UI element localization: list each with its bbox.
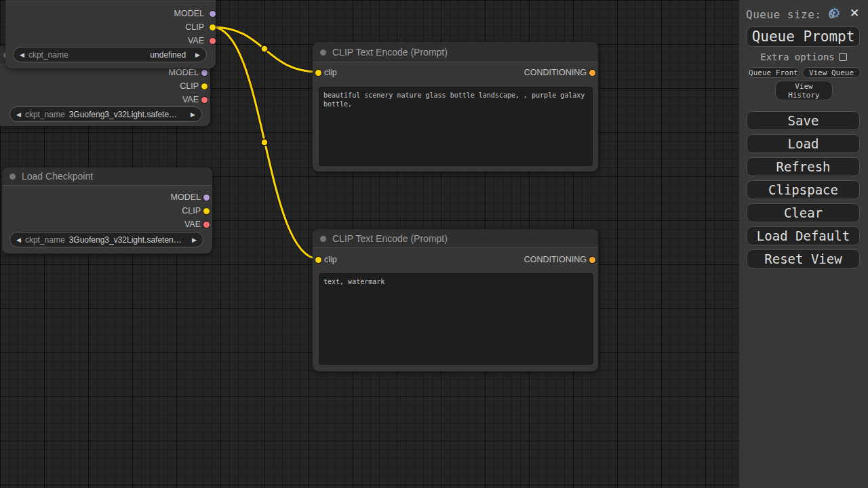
clear-button[interactable]: Clear [747, 203, 860, 222]
load-default-button[interactable]: Load Default [747, 226, 860, 245]
checkpoint-node-undefined[interactable]: MODEL CLIP VAE ◀ ckpt_name undefined ▶ [5, 0, 216, 68]
slot-label: MODEL [174, 9, 204, 18]
view-history-button[interactable]: View History [775, 81, 833, 100]
positive-prompt-textarea[interactable]: beautiful scenery nature glass bottle la… [319, 87, 593, 166]
slot-label: VAE [182, 95, 199, 104]
output-slot-vae: VAE [2, 218, 212, 231]
clip-output-dot[interactable] [203, 208, 210, 214]
collapse-dot-icon[interactable] [319, 49, 327, 56]
input-slot-clip: clip CONDITIONING [313, 66, 598, 79]
queue-prompt-button[interactable]: Queue Prompt [747, 26, 860, 47]
save-button[interactable]: Save [747, 111, 860, 130]
extra-options-row: Extra options [739, 52, 868, 62]
ckpt-name-widget[interactable]: ◀ ckpt_name undefined ▶ [13, 47, 207, 62]
widget-label: ckpt_name [25, 110, 65, 119]
vae-output-dot[interactable] [203, 222, 210, 228]
clip-text-encode-positive-node[interactable]: CLIP Text Encode (Prompt) clip CONDITION… [313, 42, 598, 171]
arrow-right-icon[interactable]: ▶ [191, 111, 195, 118]
negative-prompt-textarea[interactable]: text, watermark [319, 273, 593, 365]
link-midpoint-dot [261, 139, 268, 146]
vae-output-dot[interactable] [201, 97, 208, 103]
node-title-bar: CLIP Text Encode (Prompt) [313, 229, 598, 248]
slot-label: VAE [188, 36, 204, 45]
clipspace-button[interactable]: Clipspace [747, 180, 860, 199]
slot-label-conditioning: CONDITIONING [524, 66, 587, 79]
close-icon[interactable]: ✕ [850, 6, 859, 20]
output-slot-model: MODEL [2, 190, 212, 204]
node-title: CLIP Text Encode (Prompt) [332, 233, 448, 244]
slot-label: CLIP [182, 206, 201, 216]
slot-label: CLIP [185, 22, 204, 32]
clip-text-encode-negative-node[interactable]: CLIP Text Encode (Prompt) clip CONDITION… [313, 229, 598, 371]
clip-output-dot[interactable] [210, 24, 216, 30]
clip-output-dot[interactable] [201, 83, 208, 89]
slot-label: MODEL [171, 192, 201, 202]
arrow-right-icon[interactable]: ▶ [192, 237, 197, 243]
node-title-bar: Load Checkpoint [2, 167, 212, 186]
vae-output-dot[interactable] [210, 38, 216, 44]
arrow-left-icon[interactable]: ◀ [20, 52, 24, 58]
slot-label-conditioning: CONDITIONING [524, 253, 587, 266]
extra-options-checkbox[interactable] [839, 53, 847, 61]
collapse-dot-icon[interactable] [9, 173, 16, 180]
slot-label: clip [324, 68, 337, 77]
widget-value: 3Guofeng3_v32Light.safeten… [69, 235, 182, 245]
conditioning-output-dot[interactable] [589, 70, 595, 76]
node-title: CLIP Text Encode (Prompt) [332, 47, 448, 58]
node-title-bar [5, 0, 216, 1]
gear-icon[interactable]: ⚙ [829, 5, 841, 20]
widget-label: ckpt_name [25, 235, 65, 245]
node-title-bar: CLIP Text Encode (Prompt) [313, 42, 598, 62]
model-output-dot[interactable] [203, 195, 210, 201]
extra-options-label: Extra options [760, 52, 835, 62]
output-slot-clip: CLIP [2, 204, 212, 218]
model-output-dot[interactable] [210, 11, 216, 17]
slot-label: clip [324, 255, 337, 264]
output-slot-model: MODEL [5, 7, 216, 20]
output-slot-vae: VAE [5, 34, 216, 47]
input-slot-clip: clip CONDITIONING [313, 253, 598, 266]
arrow-left-icon[interactable]: ◀ [16, 111, 21, 118]
conditioning-output-dot[interactable] [589, 257, 595, 263]
comfy-menu-panel: Queue size: 0 ⚙ ✕ Queue Prompt Extra opt… [739, 0, 868, 488]
queue-size-label: Queue size: 0 [746, 8, 835, 21]
node-title: Load Checkpoint [22, 171, 93, 182]
load-checkpoint-node[interactable]: Load Checkpoint MODEL CLIP VAE ◀ ckpt_na… [2, 167, 212, 253]
clip-input-dot[interactable] [315, 70, 321, 76]
model-output-dot[interactable] [201, 70, 208, 76]
arrow-right-icon[interactable]: ▶ [195, 52, 200, 58]
refresh-button[interactable]: Refresh [747, 157, 860, 176]
queue-front-button[interactable]: Queue Front [747, 67, 800, 78]
arrow-left-icon[interactable]: ◀ [16, 237, 21, 243]
output-slot-clip: CLIP [5, 20, 216, 34]
widget-value: undefined [73, 50, 186, 60]
ckpt-name-widget[interactable]: ◀ ckpt_name 3Guofeng3_v32Light.safeten… … [9, 106, 202, 122]
output-slot-clip: CLIP [0, 79, 210, 93]
reset-view-button[interactable]: Reset View [747, 249, 860, 268]
ckpt-name-widget[interactable]: ◀ ckpt_name 3Guofeng3_v32Light.safeten… … [9, 232, 203, 247]
output-slot-vae: VAE [0, 93, 210, 106]
slot-label: MODEL [169, 68, 199, 77]
load-button[interactable]: Load [747, 134, 860, 153]
view-queue-button[interactable]: View Queue [802, 67, 861, 78]
node-graph-canvas[interactable]: MODEL CLIP VAE ◀ ckpt_name 3Guofeng3_v32… [0, 0, 739, 488]
widget-label: ckpt_name [28, 50, 68, 60]
link-midpoint-dot [261, 45, 268, 52]
slot-label: VAE [184, 220, 201, 229]
slot-label: CLIP [180, 81, 199, 91]
collapse-dot-icon[interactable] [319, 235, 327, 243]
clip-input-dot[interactable] [315, 257, 321, 263]
comfyui-app: MODEL CLIP VAE ◀ ckpt_name 3Guofeng3_v32… [0, 0, 868, 488]
widget-value: 3Guofeng3_v32Light.safeten… [69, 110, 181, 119]
